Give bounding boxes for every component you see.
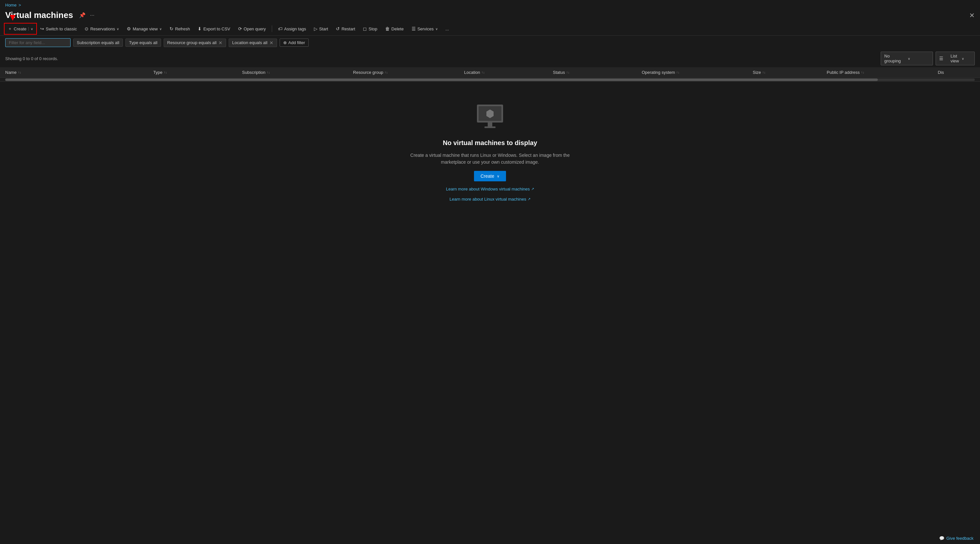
status-sort-icon[interactable]: ↑↓ (566, 71, 570, 74)
funnel-icon: ⊕ (283, 40, 287, 45)
create-chevron-icon[interactable]: ∨ (29, 27, 33, 31)
switch-to-classic-button[interactable]: ↪ Switch to classic (37, 24, 80, 33)
create-vm-button[interactable]: Create ∨ (474, 171, 506, 181)
tags-icon: 🏷 (278, 26, 283, 31)
column-public-ip: Public IP address ↑↓ (827, 70, 938, 75)
list-icon: ☰ (939, 56, 949, 61)
title-icons: 📌 ··· (78, 11, 95, 19)
column-status: Status ↑↓ (553, 70, 642, 75)
pin-icon[interactable]: 📌 (78, 11, 86, 19)
add-filter-button[interactable]: ⊕ Add filter (280, 38, 309, 47)
manage-view-icon: ⚙ (127, 26, 131, 31)
breadcrumb: Home > (0, 0, 980, 8)
close-button[interactable]: ✕ (969, 11, 975, 19)
column-dis: Dis (938, 70, 975, 75)
reservations-chevron-icon: ∨ (117, 27, 119, 31)
stop-icon: ◻ (363, 26, 367, 31)
empty-state: No virtual machines to display Create a … (0, 82, 980, 221)
services-icon: ☰ (412, 26, 416, 31)
breadcrumb-sep: > (19, 3, 21, 8)
stop-button[interactable]: ◻ Stop (360, 24, 380, 33)
start-button[interactable]: ▷ Start (311, 24, 331, 33)
os-sort-icon[interactable]: ↑↓ (676, 71, 679, 74)
column-resource-group: Resource group ↑↓ (353, 70, 464, 75)
grouping-chevron-icon: ∨ (908, 57, 929, 60)
column-name: Name ↑↓ (5, 70, 153, 75)
restart-button[interactable]: ↺ Restart (332, 24, 358, 33)
resource-group-sort-icon[interactable]: ↑↓ (385, 71, 388, 74)
more-toolbar-button[interactable]: ... (442, 25, 452, 33)
records-count: Showing 0 to 0 of 0 records. (5, 56, 58, 61)
subscription-filter: Subscription equals all (73, 38, 123, 47)
refresh-button[interactable]: ↻ Refresh (166, 24, 193, 33)
table-header: Name ↑↓ Type ↑↓ Subscription ↑↓ Resource… (0, 67, 980, 78)
grouping-dropdown[interactable]: No grouping ∨ (881, 52, 933, 65)
delete-icon: 🗑 (385, 26, 390, 31)
title-bar: Virtual machines 📌 ··· ✕ (0, 8, 980, 22)
column-operating-system: Operating system ↑↓ (641, 70, 752, 75)
feedback-icon: 💬 (939, 536, 944, 541)
column-type: Type ↑↓ (153, 70, 242, 75)
subscription-sort-icon[interactable]: ↑↓ (267, 71, 270, 74)
create-chevron-icon: ∨ (497, 174, 500, 178)
svg-rect-4 (484, 126, 496, 128)
services-chevron-icon: ∨ (436, 27, 438, 31)
column-location: Location ↑↓ (464, 70, 553, 75)
type-sort-icon[interactable]: ↑↓ (164, 71, 167, 74)
create-label: Create (14, 27, 27, 31)
records-bar: Showing 0 to 0 of 0 records. No grouping… (0, 50, 980, 67)
reservations-icon: ⊙ (84, 26, 89, 31)
toolbar: ▼ ＋ Create ∨ ↪ Switch to classic ⊙ Reser… (0, 22, 980, 36)
plus-icon: ＋ (8, 26, 12, 32)
manage-view-button[interactable]: ⚙ Manage view ∨ (124, 24, 165, 33)
svg-rect-3 (488, 122, 492, 126)
page-title: Virtual machines (5, 10, 73, 20)
vm-icon (474, 101, 506, 134)
location-filter-close[interactable]: ✕ (269, 40, 274, 45)
refresh-icon: ↻ (170, 26, 173, 31)
list-view-chevron-icon: ∨ (962, 57, 971, 60)
more-icon: ... (445, 27, 449, 31)
footer: 💬 Give feedback (932, 533, 980, 544)
services-button[interactable]: ☰ Services ∨ (408, 24, 441, 33)
location-filter: Location equals all ✕ (229, 38, 277, 47)
records-controls: No grouping ∨ ☰ List view ∨ (881, 52, 975, 65)
export-csv-button[interactable]: ⬇ Export to CSV (194, 24, 233, 33)
resource-group-filter-close[interactable]: ✕ (218, 40, 223, 45)
switch-icon: ↪ (40, 26, 44, 31)
column-subscription: Subscription ↑↓ (242, 70, 353, 75)
filter-bar: Subscription equals all Type equals all … (0, 36, 980, 50)
home-link[interactable]: Home (5, 3, 17, 8)
column-size: Size ↑↓ (752, 70, 827, 75)
query-icon: ⟳ (238, 26, 242, 31)
export-icon: ⬇ (197, 26, 202, 31)
list-view-dropdown[interactable]: ☰ List view ∨ (935, 52, 975, 65)
open-query-button[interactable]: ⟳ Open query (235, 24, 269, 33)
empty-title: No virtual machines to display (443, 139, 538, 147)
assign-tags-button[interactable]: 🏷 Assign tags (275, 24, 309, 33)
horizontal-scrollbar[interactable] (0, 78, 980, 82)
name-sort-icon[interactable]: ↑↓ (18, 71, 21, 74)
create-button[interactable]: ＋ Create ∨ (5, 24, 36, 33)
start-icon: ▷ (314, 26, 318, 31)
pip-sort-icon[interactable]: ↑↓ (861, 71, 864, 74)
resource-group-filter: Resource group equals all ✕ (164, 38, 226, 47)
external-link-icon: ↗ (531, 187, 534, 191)
empty-description: Create a virtual machine that runs Linux… (408, 152, 572, 165)
reservations-button[interactable]: ⊙ Reservations ∨ (81, 24, 122, 33)
manage-view-chevron-icon: ∨ (159, 27, 162, 31)
learn-windows-link[interactable]: Learn more about Windows virtual machine… (446, 186, 534, 191)
filter-input[interactable] (5, 38, 70, 47)
learn-linux-link[interactable]: Learn more about Linux virtual machines … (450, 197, 530, 202)
size-sort-icon[interactable]: ↑↓ (762, 71, 766, 74)
restart-icon: ↺ (336, 26, 340, 31)
toolbar-divider (272, 25, 272, 32)
type-filter: Type equals all (126, 38, 161, 47)
more-options-icon[interactable]: ··· (89, 12, 95, 19)
give-feedback-button[interactable]: 💬 Give feedback (939, 536, 974, 541)
external-link-icon-2: ↗ (528, 197, 530, 201)
location-sort-icon[interactable]: ↑↓ (482, 71, 485, 74)
delete-button[interactable]: 🗑 Delete (382, 24, 407, 33)
